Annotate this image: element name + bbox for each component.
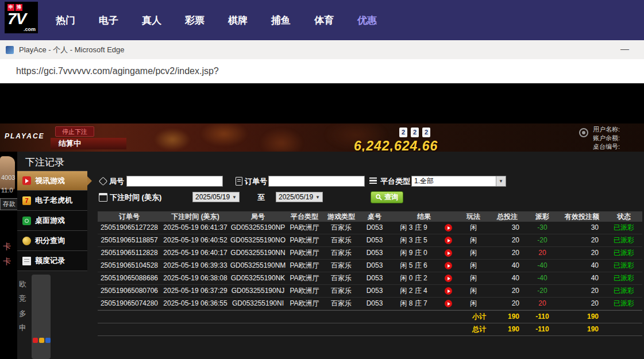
sidebar-item-0[interactable]: 视讯游戏 — [17, 171, 87, 191]
chevron-down-icon: ▼ — [315, 195, 320, 200]
play-video-icon[interactable] — [445, 224, 452, 231]
result-cards: 222 — [399, 128, 430, 137]
cell-payout: -20 — [526, 234, 558, 246]
site-logo[interactable]: 申 博 7V .com — [5, 2, 38, 33]
cell-round: GD053255190NP — [230, 222, 286, 234]
column-header-1: 下注时间 (美东) — [161, 211, 230, 222]
platform-select-value: 1.全部 — [412, 176, 434, 186]
sidebar-item-2[interactable]: 桌面游戏 — [17, 211, 87, 231]
cell-platform: PA欧洲厅 — [286, 285, 323, 297]
nav-item-4[interactable]: 棋牌 — [228, 14, 248, 27]
url-text[interactable]: https://gci.7vvvvvv.com/agingame/pcv2/in… — [16, 66, 219, 76]
cell-platform: PA欧洲厅 — [286, 247, 323, 259]
cell-total: 40 — [488, 260, 526, 272]
cell-order: 250519065127228 — [98, 222, 161, 234]
cell-valid: 20 — [558, 298, 606, 310]
cell-status: 已派彩 — [606, 234, 642, 246]
sidebar-item-3[interactable]: 积分查询 — [17, 231, 87, 251]
order-input[interactable] — [268, 176, 365, 187]
bet-time-filter-label: 下注时间 (美东) — [110, 192, 161, 203]
platform-select[interactable]: 1.全部 ▼ — [411, 176, 506, 187]
cell-round: GD053255190NI — [230, 298, 286, 310]
grand-total-row-total: 190 — [488, 323, 526, 335]
date-from-value: 2025/05/19 — [195, 193, 230, 201]
grand-total-row-payout: -110 — [526, 323, 558, 335]
cell-valid: 40 — [558, 272, 606, 284]
magnifier-icon — [376, 194, 382, 200]
deposit-button[interactable]: 存款 — [0, 198, 18, 210]
cell-play — [438, 298, 458, 310]
list-icon — [369, 177, 377, 184]
play-video-icon[interactable] — [445, 249, 452, 257]
cell-table: D053 — [360, 298, 390, 310]
cell-status: 已派彩 — [606, 285, 642, 297]
play-video-icon[interactable] — [445, 262, 452, 269]
nav-item-0[interactable]: 热门 — [56, 14, 75, 27]
sidebar-item-1[interactable]: 电子老虎机 — [17, 191, 87, 211]
round-input[interactable] — [126, 176, 223, 187]
nav-item-1[interactable]: 电子 — [99, 14, 118, 27]
nav-item-6[interactable]: 体育 — [314, 14, 334, 27]
cell-platform: PA欧洲厅 — [286, 298, 323, 310]
column-header-6: 结果 — [390, 211, 458, 222]
to-label: 至 — [257, 192, 265, 203]
subtotal-row-label: 小计 — [98, 311, 488, 323]
remnant-text: 11.0 — [1, 187, 13, 194]
cell-table: D053 — [360, 222, 390, 234]
address-bar[interactable]: https://gci.7vvvvvv.com/agingame/pcv2/in… — [0, 59, 644, 84]
bet-records-panel: 下注记录 视讯游戏电子老虎机桌面游戏积分查询额度记录 局号 订单号 平台类型 1… — [17, 152, 644, 359]
cell-playtype: 闲 — [458, 222, 488, 234]
nav-item-7[interactable]: 优惠 — [357, 14, 377, 27]
remnant-text: 4003 — [1, 174, 15, 181]
playace-brand: PLAYACE — [5, 132, 45, 140]
grand-total-row: 总计190-110190 — [98, 323, 642, 336]
cell-total: 30 — [488, 222, 526, 234]
nav-item-2[interactable]: 真人 — [142, 14, 161, 27]
cell-order: 250519065080706 — [98, 285, 161, 297]
select-dropdown-button[interactable]: ▼ — [496, 176, 506, 186]
cell-round: GD053255190NJ — [230, 285, 286, 297]
nav-item-3[interactable]: 彩票 — [185, 14, 205, 27]
remnant-menu-char: 申 — [19, 323, 26, 333]
search-button[interactable]: 查询 — [371, 191, 403, 203]
remnant-text: 卡 — [3, 257, 11, 267]
cell-play — [438, 234, 458, 246]
sidebar-item-label: 额度记录 — [35, 256, 65, 266]
minimize-button[interactable]: — — [620, 44, 629, 53]
date-to-picker[interactable]: 2025/05/19 ▼ — [276, 192, 323, 202]
cell-order: 250519065074280 — [98, 298, 161, 310]
round-filter-label: 局号 — [109, 176, 124, 187]
cell-time: 2025-05-19 06:37:29 — [161, 285, 230, 297]
sidebar-item-4[interactable]: 额度记录 — [17, 251, 87, 271]
window-titlebar: PlayAce - 个人 - Microsoft Edge — — [0, 40, 644, 60]
ledger-icon — [22, 257, 31, 265]
remnant-menu-char: 竞 — [19, 294, 26, 304]
cell-platform: PA欧洲厅 — [286, 260, 323, 272]
playace-favicon-icon — [6, 46, 14, 54]
table-number-label: 桌台编号: — [593, 142, 620, 151]
date-from-picker[interactable]: 2025/05/19 ▼ — [192, 192, 240, 202]
column-header-4: 游戏类型 — [323, 211, 360, 222]
cell-valid: 20 — [558, 247, 606, 259]
cell-table: D053 — [360, 272, 390, 284]
play-video-icon[interactable] — [445, 287, 452, 295]
column-header-8: 总投注 — [488, 211, 526, 222]
card-icon: 2 — [411, 128, 419, 137]
cell-result: 闲 3 庄 5 — [390, 234, 438, 246]
cell-order: 250519065118857 — [98, 234, 161, 246]
cell-valid: 30 — [558, 222, 606, 234]
remnant-logo — [33, 338, 51, 343]
play-video-icon[interactable] — [445, 275, 452, 282]
stop-bet-button[interactable]: 停止下注 — [55, 126, 94, 137]
play-video-icon[interactable] — [445, 237, 452, 244]
table-row: 2505190651128282025-05-19 06:40:17GD0532… — [98, 247, 642, 260]
date-to-value: 2025/05/19 — [279, 193, 313, 201]
cell-status: 已派彩 — [606, 247, 642, 259]
nav-item-5[interactable]: 捕鱼 — [271, 14, 291, 27]
cell-status: 已派彩 — [606, 272, 642, 284]
cell-payout: -20 — [526, 285, 558, 297]
account-info: 用户名称: 账户余额: 桌台编号: — [593, 125, 620, 151]
cell-result: 闲 2 庄 4 — [390, 285, 438, 297]
cell-total: 20 — [488, 298, 526, 310]
play-video-icon[interactable] — [445, 300, 452, 307]
